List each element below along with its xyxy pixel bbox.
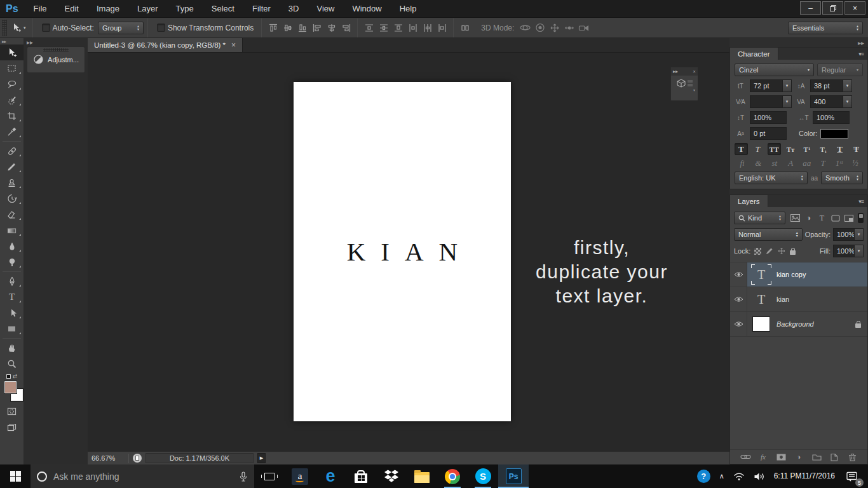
move-tool-preset[interactable]: ▾: [9, 23, 29, 33]
layers-panel-tab[interactable]: Layers: [730, 195, 768, 207]
dock-collapse-chevron[interactable]: ▸▸: [729, 38, 868, 47]
filtering-toggle[interactable]: [858, 213, 864, 223]
character-panel-tab[interactable]: Character: [730, 48, 778, 60]
text-color-swatch[interactable]: [820, 129, 848, 139]
menu-view[interactable]: View: [308, 0, 343, 17]
kerning-combo[interactable]: ▾: [750, 95, 792, 108]
taskbar-store[interactable]: [346, 464, 376, 488]
layer-thumbnail[interactable]: T: [751, 264, 771, 285]
menu-3d[interactable]: 3D: [280, 0, 308, 17]
menu-image[interactable]: Image: [88, 0, 128, 17]
wifi-tray-button[interactable]: [730, 464, 748, 488]
dropdown-arrow-icon[interactable]: ▾: [854, 245, 864, 257]
new-adjustment-layer-button[interactable]: ◑: [793, 451, 805, 463]
dodge-tool[interactable]: [0, 254, 24, 270]
taskbar-file-explorer[interactable]: [407, 464, 437, 488]
minimize-button[interactable]: –: [800, 1, 821, 15]
swap-colors-icon[interactable]: ⇄: [13, 373, 18, 379]
fill-combo[interactable]: 100% ▾: [833, 245, 864, 257]
font-family-dropdown[interactable]: Cinzel ▾: [735, 64, 814, 76]
filter-adjustment-layers-button[interactable]: ◑: [803, 212, 815, 224]
zoom-tool[interactable]: [0, 356, 24, 372]
healing-brush-tool[interactable]: [0, 143, 24, 159]
action-center-button[interactable]: 5: [841, 464, 863, 488]
menu-select[interactable]: Select: [203, 0, 243, 17]
lock-all-icon[interactable]: [790, 250, 796, 255]
eyedropper-tool[interactable]: [0, 124, 24, 140]
pasteboard[interactable]: KIAN firstly, duplicate your text layer.…: [88, 53, 729, 451]
filter-kind-dropdown[interactable]: Kind ▴▾: [734, 212, 785, 224]
taskbar-amazon[interactable]: a: [285, 464, 315, 488]
panel-collapse-chevron[interactable]: ▸▸: [673, 69, 678, 74]
quick-selection-tool[interactable]: [0, 92, 24, 108]
contextual-alternates-button[interactable]: &: [752, 158, 764, 168]
vertical-scale-field[interactable]: 100%: [750, 111, 787, 124]
brush-tool[interactable]: [0, 159, 24, 175]
tab-close-icon[interactable]: ×: [231, 41, 236, 50]
align-right-edges-button[interactable]: [339, 21, 353, 35]
canvas[interactable]: KIAN: [294, 82, 511, 421]
distribute-horizontal-centers-button[interactable]: [420, 21, 435, 35]
distribute-top-edges-button[interactable]: [362, 21, 376, 35]
dropdown-arrow-icon[interactable]: ▾: [843, 79, 852, 92]
panel-mini-arrow[interactable]: ▾: [671, 88, 698, 92]
workspace-switcher[interactable]: Essentials ▴▾: [788, 22, 863, 34]
layer-row-background[interactable]: Background: [730, 312, 867, 337]
menu-filter[interactable]: Filter: [243, 0, 280, 17]
fractions-button[interactable]: ½: [849, 158, 862, 168]
underline-button[interactable]: T: [833, 143, 846, 155]
panel-menu-icon[interactable]: ▾≡: [858, 198, 867, 207]
cortana-search[interactable]: Ask me anything: [31, 464, 254, 488]
restore-button[interactable]: [822, 1, 843, 15]
tray-expand-chevron[interactable]: ∧: [716, 464, 728, 488]
marquee-tool[interactable]: [0, 60, 24, 76]
zoom-level-field[interactable]: 66.67%: [92, 454, 125, 462]
microphone-icon[interactable]: [239, 471, 248, 482]
taskbar-photoshop[interactable]: Ps: [498, 464, 529, 488]
discretionary-ligatures-button[interactable]: st: [768, 158, 781, 168]
lock-pixels-icon[interactable]: [766, 247, 773, 255]
distribute-vertical-centers-button[interactable]: [376, 21, 391, 35]
layer-style-button[interactable]: fx: [757, 451, 770, 463]
baseline-shift-field[interactable]: 0 pt: [750, 127, 787, 140]
filter-smart-objects-button[interactable]: [843, 212, 855, 224]
lock-transparency-icon[interactable]: [754, 248, 761, 255]
panel-close-icon[interactable]: ×: [693, 69, 696, 74]
link-layers-button[interactable]: [740, 451, 752, 463]
auto-select-target-dropdown[interactable]: Group ▴▾: [98, 22, 144, 34]
delete-layer-button[interactable]: [846, 451, 858, 463]
font-style-dropdown[interactable]: Regular ▾: [817, 64, 863, 76]
crop-tool[interactable]: [0, 108, 24, 124]
swash-button[interactable]: A: [784, 158, 797, 168]
path-selection-tool[interactable]: [0, 305, 24, 321]
visibility-toggle[interactable]: [730, 287, 747, 311]
menu-window[interactable]: Window: [343, 0, 390, 17]
document-tab[interactable]: Untitled-3 @ 66.7% (kian copy, RGB/8) * …: [88, 38, 243, 52]
faux-bold-button[interactable]: T: [735, 143, 748, 155]
horizontal-scale-field[interactable]: 100%: [813, 111, 850, 124]
align-top-edges-button[interactable]: [266, 21, 280, 35]
lasso-tool[interactable]: [0, 76, 24, 92]
menu-help[interactable]: Help: [391, 0, 426, 17]
anti-alias-dropdown[interactable]: Smooth ▴▾: [821, 172, 863, 184]
taskbar-clock[interactable]: 6:11 PM 11/7/2016: [770, 464, 839, 488]
leading-combo[interactable]: 38 pt ▾: [810, 79, 852, 92]
lock-position-icon[interactable]: [778, 247, 785, 255]
visibility-toggle[interactable]: [730, 312, 747, 336]
new-group-button[interactable]: [811, 451, 823, 463]
distribute-left-edges-button[interactable]: [405, 21, 420, 35]
menu-type[interactable]: Type: [167, 0, 203, 17]
screen-mode-button[interactable]: [0, 419, 24, 435]
menu-file[interactable]: File: [25, 0, 56, 17]
stylistic-alternates-button[interactable]: aa: [801, 158, 813, 168]
distribute-bottom-edges-button[interactable]: [391, 21, 405, 35]
taskbar-edge[interactable]: e: [315, 464, 346, 488]
pen-tool[interactable]: [0, 273, 24, 289]
layer-row-kian-copy[interactable]: T kian copy: [730, 262, 867, 287]
blend-mode-dropdown[interactable]: Normal ▴▾: [734, 228, 803, 241]
close-button[interactable]: ×: [844, 1, 865, 15]
3d-slide-button[interactable]: [562, 21, 576, 35]
hand-tool[interactable]: [0, 340, 24, 356]
align-bottom-edges-button[interactable]: [295, 21, 309, 35]
ligatures-button[interactable]: fi: [736, 158, 749, 168]
